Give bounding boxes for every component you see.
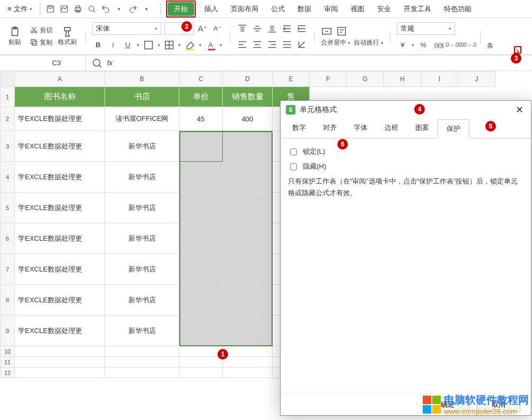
increase-font-icon[interactable]: A⁺ xyxy=(197,23,208,34)
chevron-down-icon[interactable]: ▾ xyxy=(220,42,222,48)
print-preview-icon[interactable] xyxy=(87,4,97,14)
cell[interactable]: 新华书店 xyxy=(105,316,179,346)
column-header[interactable]: B xyxy=(105,71,179,87)
close-icon[interactable]: ✕ xyxy=(513,104,526,116)
chevron-down-icon[interactable]: ▾ xyxy=(158,42,160,48)
cell[interactable] xyxy=(223,162,273,192)
cell[interactable] xyxy=(179,192,223,223)
tab-formula[interactable]: 公式 xyxy=(265,1,291,17)
tab-protect[interactable]: 保护 xyxy=(438,119,469,138)
cell[interactable]: 学EXCLE数据处理更 xyxy=(15,223,105,254)
cell[interactable]: 学EXCLE数据处理更 xyxy=(15,254,105,285)
header-cell[interactable]: 单价 xyxy=(179,87,223,107)
tab-insert[interactable]: 插入 xyxy=(198,1,224,17)
column-header[interactable]: E xyxy=(273,71,310,87)
tab-pattern[interactable]: 图案 xyxy=(407,119,438,138)
cell[interactable] xyxy=(179,346,223,357)
row-header[interactable]: 12 xyxy=(0,368,15,378)
save-icon[interactable] xyxy=(46,4,55,14)
format-painter-button[interactable]: 格式刷 xyxy=(56,22,79,51)
align-left-icon[interactable] xyxy=(237,39,248,50)
select-all-corner[interactable] xyxy=(0,71,15,87)
chevron-down-icon[interactable]: ▾ xyxy=(199,42,202,48)
tab-page-layout[interactable]: 页面布局 xyxy=(224,1,265,17)
cell[interactable] xyxy=(223,254,273,285)
underline-button[interactable]: U xyxy=(122,39,134,51)
fx-label[interactable]: fx xyxy=(107,59,112,67)
chevron-down-icon[interactable]: ▾ xyxy=(142,4,152,14)
bold-button[interactable]: B xyxy=(92,39,104,51)
tab-border[interactable]: 边框 xyxy=(376,119,407,138)
tab-font[interactable]: 字体 xyxy=(345,119,376,138)
cell[interactable]: 学EXCLE数据处理更 xyxy=(15,316,105,346)
column-header[interactable]: I xyxy=(421,71,458,87)
cell[interactable]: 学EXCLE数据处理更 xyxy=(15,107,105,131)
font-color-button[interactable]: A xyxy=(205,39,216,51)
column-header[interactable]: F xyxy=(310,71,347,87)
cell[interactable]: 学EXCLE数据处理更 xyxy=(15,162,105,192)
cell[interactable] xyxy=(223,192,273,223)
cell[interactable] xyxy=(179,162,223,192)
cell[interactable] xyxy=(15,368,105,378)
row-header[interactable]: 5 xyxy=(0,192,15,223)
cell[interactable]: 新华书店 xyxy=(105,223,179,254)
row-header[interactable]: 8 xyxy=(0,285,15,316)
cell[interactable]: 学EXCLE数据处理更 xyxy=(15,192,105,223)
percent-icon[interactable]: % xyxy=(417,39,429,51)
tab-view[interactable]: 视图 xyxy=(344,1,371,17)
cell[interactable] xyxy=(179,254,223,285)
row-header[interactable]: 1 xyxy=(0,87,15,107)
header-cell[interactable]: 销售数量 xyxy=(223,87,273,107)
cell[interactable] xyxy=(223,316,273,346)
align-center-icon[interactable] xyxy=(251,39,263,50)
copy-button[interactable]: 复制 xyxy=(30,38,53,47)
hide-checkbox-input[interactable] xyxy=(290,163,297,170)
name-box[interactable]: C3 xyxy=(28,55,86,71)
cell[interactable] xyxy=(179,316,223,346)
print-icon[interactable] xyxy=(73,4,83,14)
indent-decrease-icon[interactable] xyxy=(281,23,293,34)
merge-center-button[interactable]: 合并居中▾ xyxy=(321,38,351,47)
cell[interactable]: 新华书店 xyxy=(105,192,179,223)
cell[interactable]: 新华书店 xyxy=(105,254,179,285)
cell[interactable] xyxy=(223,346,273,357)
header-cell[interactable]: 图书名称 xyxy=(15,87,105,107)
align-right-icon[interactable] xyxy=(266,39,278,50)
tab-start[interactable]: 开始 xyxy=(168,2,194,16)
currency-icon[interactable]: ¥ xyxy=(397,39,408,51)
indent-increase-icon[interactable] xyxy=(296,23,308,34)
column-header[interactable]: C xyxy=(179,71,223,87)
conditional-format-button[interactable]: 条 xyxy=(487,41,493,50)
decrease-decimal-icon[interactable]: .00→.0 xyxy=(462,39,474,51)
cell[interactable] xyxy=(105,357,179,368)
comma-icon[interactable]: 000 xyxy=(432,39,444,51)
cell[interactable] xyxy=(223,368,273,378)
row-header[interactable]: 6 xyxy=(0,223,15,254)
increase-decimal-icon[interactable]: .0→.00 xyxy=(447,39,459,51)
cell[interactable]: 读书屋OFFICE网 xyxy=(105,107,179,131)
cell[interactable] xyxy=(223,131,273,162)
row-header[interactable]: 2 xyxy=(0,107,15,131)
tab-number[interactable]: 数字 xyxy=(284,119,315,138)
cut-button[interactable]: 剪切 xyxy=(30,26,53,35)
paste-button[interactable]: 粘贴 xyxy=(3,22,27,51)
row-header[interactable]: 3 xyxy=(0,131,15,162)
cell[interactable] xyxy=(179,357,223,368)
tab-developer[interactable]: 开发工具 xyxy=(397,1,438,17)
cell[interactable] xyxy=(179,131,223,162)
row-header[interactable]: 7 xyxy=(0,254,15,285)
number-format-select[interactable]: 常规▾ xyxy=(397,22,455,35)
column-header[interactable]: H xyxy=(384,71,421,87)
justify-icon[interactable] xyxy=(281,39,293,50)
cell[interactable] xyxy=(179,223,223,254)
header-cell[interactable]: 书店 xyxy=(105,87,179,107)
wrap-text-button[interactable]: 自动换行▾ xyxy=(354,38,383,47)
row-header[interactable]: 11 xyxy=(0,357,15,368)
tab-special[interactable]: 特色功能 xyxy=(438,1,478,17)
cell[interactable]: 学EXCLE数据处理更 xyxy=(15,285,105,316)
row-header[interactable]: 4 xyxy=(0,162,15,192)
cellstyle-button[interactable] xyxy=(163,39,175,51)
row-header[interactable]: 10 xyxy=(0,346,15,357)
align-top-icon[interactable] xyxy=(237,23,248,34)
cell[interactable]: 学EXCLE数据处理更 xyxy=(15,131,105,162)
